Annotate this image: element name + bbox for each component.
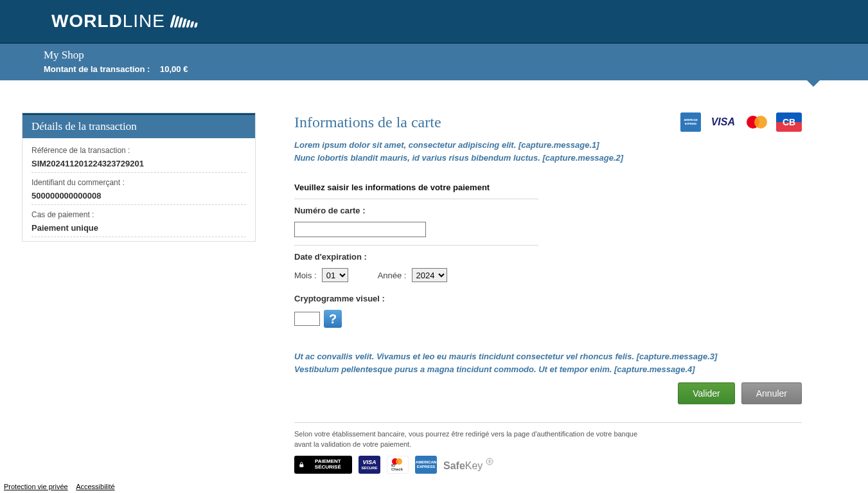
merchant-id-label: Identifiant du commerçant : xyxy=(31,178,246,187)
transaction-amount-value: 10,00 € xyxy=(160,64,188,74)
year-select[interactable]: 2024 xyxy=(412,268,447,282)
expiration-date-label: Date d'expiration : xyxy=(294,252,802,262)
transaction-amount-line: Montant de la transaction : 10,00 € xyxy=(44,64,868,74)
payment-case-label: Cas de paiement : xyxy=(31,210,246,219)
header-top: WORLDLINE xyxy=(0,0,868,44)
capture-message-3: Ut ac convallis velit. Vivamus et leo eu… xyxy=(294,351,802,363)
security-logos: PAIEMENT SÉCURISÉ VISA SECURE ID Check A… xyxy=(294,456,802,474)
accepted-card-logos: AMERICANEXPRESS VISA CB xyxy=(680,112,802,132)
merchant-id-value: 500000000000008 xyxy=(31,191,246,201)
card-number-input[interactable] xyxy=(294,222,426,237)
transaction-amount-label: Montant de la transaction : xyxy=(44,64,150,74)
mastercard-icon xyxy=(745,112,768,132)
action-buttons: Valider Annuler xyxy=(294,382,802,404)
svg-text:EXPRESS: EXPRESS xyxy=(684,122,696,125)
cvv-help-icon[interactable]: ? xyxy=(324,310,342,328)
cvv-label: Cryptogramme visuel : xyxy=(294,294,802,303)
transaction-reference-value: SIM202411201224323729201 xyxy=(31,159,246,168)
shop-name: My Shop xyxy=(44,49,868,62)
header-arrow-icon xyxy=(807,80,820,87)
content-container: Détails de la transaction Référence de l… xyxy=(22,80,846,493)
svg-text:AMERICAN: AMERICAN xyxy=(684,118,697,121)
year-label: Année : xyxy=(378,271,407,280)
form-divider xyxy=(294,199,538,199)
visa-icon: VISA xyxy=(709,112,738,132)
visa-secure-icon: VISA SECURE xyxy=(359,456,380,474)
brand-logo: WORLDLINE xyxy=(51,11,197,31)
capture-message-1: Lorem ipsum dolor sit amet, consectetur … xyxy=(294,139,802,151)
amex-icon: AMERICANEXPRESS xyxy=(680,112,701,132)
cvv-input[interactable] xyxy=(294,312,320,326)
transaction-reference-row: Référence de la transaction : SIM2024112… xyxy=(31,141,246,173)
footer-links: Protection vie privée Accessibilité xyxy=(4,483,121,490)
capture-messages-top: Lorem ipsum dolor sit amet, consectetur … xyxy=(294,139,802,163)
payment-instruction: Veuillez saisir les informations de votr… xyxy=(294,183,802,192)
transaction-reference-label: Référence de la transaction : xyxy=(31,146,246,155)
main-divider xyxy=(294,422,802,423)
card-number-label: Numéro de carte : xyxy=(294,206,802,215)
mastercard-idcheck-icon: ID Check xyxy=(387,456,409,474)
paiement-securise-icon: PAIEMENT SÉCURISÉ xyxy=(294,456,352,474)
header-sub: My Shop Montant de la transaction : 10,0… xyxy=(0,44,868,80)
sidebar: Détails de la transaction Référence de l… xyxy=(22,112,256,242)
capture-message-2: Nunc lobortis blandit mauris, id varius … xyxy=(294,152,802,164)
cancel-button[interactable]: Annuler xyxy=(741,382,802,404)
safekey-icon: SafeKey ® xyxy=(443,458,493,472)
form-divider xyxy=(294,245,538,246)
payment-case-value: Paiement unique xyxy=(31,223,246,233)
transaction-details-box: Détails de la transaction Référence de l… xyxy=(22,112,256,242)
capture-messages-bottom: Ut ac convallis velit. Vivamus et leo eu… xyxy=(294,351,802,375)
brand-logo-text: WORLDLINE xyxy=(51,11,165,31)
transaction-details-title: Détails de la transaction xyxy=(22,113,255,138)
svg-rect-3 xyxy=(299,464,303,467)
main-content: Informations de la carte AMERICANEXPRESS… xyxy=(294,112,802,474)
redirect-note: Selon votre établissement bancaire, vous… xyxy=(294,429,654,449)
month-select[interactable]: 01 xyxy=(322,268,348,282)
payment-case-row: Cas de paiement : Paiement unique xyxy=(31,205,246,237)
accessibility-link[interactable]: Accessibilité xyxy=(76,483,115,490)
brand-wave-icon xyxy=(172,15,197,28)
amex-safekey-brand-icon: AMERICANEXPRESS xyxy=(415,456,437,474)
validate-button[interactable]: Valider xyxy=(678,382,735,404)
capture-message-4: Vestibulum pellentesque purus a magna ti… xyxy=(294,364,802,375)
svg-text:®: ® xyxy=(488,459,492,463)
privacy-link[interactable]: Protection vie privée xyxy=(4,483,68,490)
card-info-title: Informations de la carte xyxy=(294,114,441,131)
cb-icon: CB xyxy=(776,112,802,132)
month-label: Mois : xyxy=(294,271,317,280)
merchant-id-row: Identifiant du commerçant : 500000000000… xyxy=(31,173,246,205)
